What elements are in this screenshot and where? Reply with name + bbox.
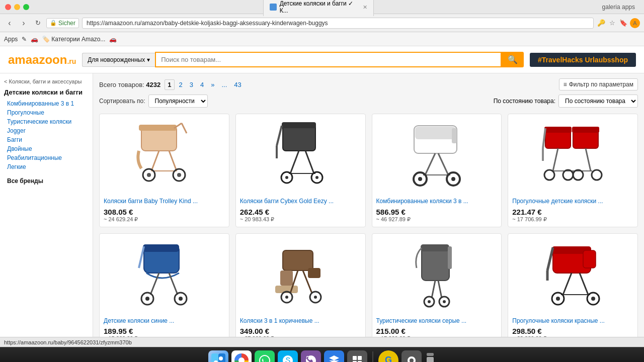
product-title-6[interactable]: Коляски 3 в 1 коричневые ...: [240, 317, 361, 325]
bookmark-categories[interactable]: 🏷️ Категории Amazo...: [42, 36, 105, 43]
product-image-8: [512, 238, 633, 313]
forward-button[interactable]: ›: [18, 18, 29, 29]
sidebar-item-double[interactable]: Двойные: [4, 144, 89, 153]
key-icon[interactable]: 🔑: [597, 19, 606, 28]
taskbar-finder[interactable]: [208, 350, 228, 363]
svg-point-39: [544, 170, 554, 180]
product-count: Всего товаров: 4232: [99, 81, 160, 88]
total-count: 4232: [146, 81, 160, 88]
search-input[interactable]: [155, 52, 502, 67]
site-logo[interactable]: amaazoon .ru: [8, 53, 76, 67]
bookmark-icon[interactable]: 🔖: [619, 19, 628, 28]
taskbar-app6[interactable]: [347, 350, 367, 363]
address-bar-actions: 🔑 ☆ 🔖 A: [597, 18, 640, 28]
product-price-eur-6: 349.00 €: [240, 327, 361, 335]
page-next[interactable]: »: [208, 80, 217, 89]
svg-line-3: [169, 151, 177, 171]
product-title-2[interactable]: Коляски багги Cybex Gold Eezy ...: [240, 198, 361, 206]
bookmarks-bar: Apps ✎ 🚗 🏷️ Категории Amazo... 🚗: [0, 32, 644, 46]
profile-icon[interactable]: A: [630, 18, 640, 28]
svg-point-82: [591, 297, 595, 301]
sort-select[interactable]: Популярности: [148, 95, 208, 108]
svg-point-19: [315, 176, 318, 179]
product-price-eur-2: 262.45 €: [240, 208, 361, 216]
page-1[interactable]: 1: [165, 79, 174, 90]
taskbar-viber[interactable]: [301, 350, 321, 363]
bookmark-car[interactable]: 🚗: [31, 36, 38, 43]
site-header: amaazoon .ru Для новорожденных ▾ 🔍 #Trav…: [0, 46, 644, 73]
security-badge: 🔒 Sicher: [46, 18, 79, 28]
product-card-8[interactable]: Прогулочные коляски красные ... 298.50 €…: [508, 233, 638, 337]
sidebar-item-combined[interactable]: Комбинированные 3 в 1: [4, 99, 89, 108]
back-button[interactable]: ‹: [4, 18, 15, 29]
taskbar-google[interactable]: G: [378, 350, 398, 363]
page-ellipsis: ...: [219, 80, 229, 89]
product-image-6: [240, 238, 361, 313]
product-card-1[interactable]: Коляски багги Baby Trolley Kind ... 308.…: [99, 114, 229, 227]
header-promo: #TravelHacks Urlaubsshop: [530, 53, 636, 67]
browser-tab[interactable]: Детские коляски и багги ✓ К... ✕: [263, 0, 374, 16]
sidebar-breadcrumb[interactable]: < Коляски, багги и аксессуары: [4, 78, 89, 84]
sidebar-item-buggy[interactable]: Багги: [4, 135, 89, 144]
maximize-button[interactable]: [23, 4, 29, 10]
search-button[interactable]: 🔍: [502, 52, 524, 67]
bookmark-apps[interactable]: Apps: [4, 36, 18, 43]
svg-line-66: [432, 281, 435, 298]
bookmark-edit-icon: ✎: [22, 36, 27, 43]
product-card-7[interactable]: Туристические коляски серые ... 215.00 €…: [372, 233, 502, 337]
page-2[interactable]: 2: [177, 80, 185, 89]
svg-line-83: [547, 247, 553, 270]
window-controls[interactable]: [5, 4, 29, 10]
taskbar-whatsapp[interactable]: [255, 350, 275, 363]
svg-line-37: [586, 148, 591, 171]
product-card-6[interactable]: Коляски 3 в 1 коричневые ... 349.00 € ~ …: [235, 233, 366, 337]
filter-button[interactable]: ≡ Фильтр по параметрам: [559, 78, 638, 90]
content-header: Всего товаров: 4232 1 2 3 4 » ... 43 ≡ Ф…: [99, 78, 638, 90]
page-4[interactable]: 4: [198, 80, 206, 89]
sidebar-item-jogger[interactable]: Jogger: [4, 126, 89, 135]
taskbar-scroll[interactable]: [425, 353, 436, 363]
product-card-3[interactable]: Комбинированные коляски 3 в ... 586.95 €…: [372, 114, 502, 227]
taskbar-skype[interactable]: [278, 350, 298, 363]
taskbar-chrome[interactable]: [231, 350, 252, 363]
product-image-3: [376, 118, 498, 194]
svg-rect-89: [353, 356, 357, 360]
product-price-eur-5: 189.95 €: [104, 327, 225, 335]
search-category-dropdown[interactable]: Для новорожденных ▾: [82, 53, 155, 67]
product-title-1[interactable]: Коляски багги Baby Trolley Kind ...: [104, 198, 225, 206]
tab-close-button[interactable]: ✕: [363, 4, 367, 11]
product-card-2[interactable]: Коляски багги Cybex Gold Eezy ... 262.45…: [235, 114, 366, 227]
tab-favicon: [270, 4, 276, 11]
reload-button[interactable]: ↻: [32, 18, 43, 29]
sidebar-brands[interactable]: Все бренды: [4, 176, 89, 186]
product-card-4[interactable]: Прогулочные детские коляски ... 221.47 €…: [508, 114, 638, 227]
sidebar-item-light[interactable]: Легкие: [4, 162, 89, 171]
taskbar-settings[interactable]: [401, 350, 422, 363]
bookmark-extra[interactable]: 🚗: [109, 36, 117, 43]
bookmark-apps-label: Apps: [4, 36, 18, 43]
product-title-8[interactable]: Прогулочные коляски красные ...: [512, 317, 633, 325]
url-input[interactable]: [82, 18, 594, 29]
svg-point-71: [443, 300, 446, 303]
taskbar-app5[interactable]: [324, 350, 344, 363]
product-card-5[interactable]: Детские коляски синие ... 189.95 € ~ 15 …: [99, 233, 229, 337]
secure-text: Sicher: [58, 20, 75, 27]
sidebar-item-rehab[interactable]: Реабилитационные: [4, 153, 89, 162]
close-button[interactable]: [5, 4, 11, 10]
page-last[interactable]: 43: [231, 80, 244, 89]
svg-rect-90: [358, 356, 362, 360]
sidebar-item-travel[interactable]: Туристические коляски: [4, 117, 89, 126]
svg-line-76: [563, 273, 572, 295]
product-title-5[interactable]: Детские коляски синие ...: [104, 317, 225, 325]
star-icon[interactable]: ☆: [608, 19, 617, 28]
condition-select[interactable]: По состоянию товара: [558, 95, 638, 108]
search-container: Для новорожденных ▾ 🔍: [82, 52, 524, 67]
page-3[interactable]: 3: [187, 80, 196, 89]
product-title-7[interactable]: Туристические коляски серые ...: [376, 317, 498, 325]
svg-line-20: [277, 126, 282, 146]
bookmark-edit[interactable]: ✎: [22, 36, 27, 43]
minimize-button[interactable]: [14, 4, 20, 10]
product-title-3[interactable]: Комбинированные коляски 3 в ...: [376, 198, 498, 206]
product-title-4[interactable]: Прогулочные детские коляски ...: [512, 198, 633, 206]
sidebar-item-walk[interactable]: Прогулочные: [4, 108, 89, 117]
